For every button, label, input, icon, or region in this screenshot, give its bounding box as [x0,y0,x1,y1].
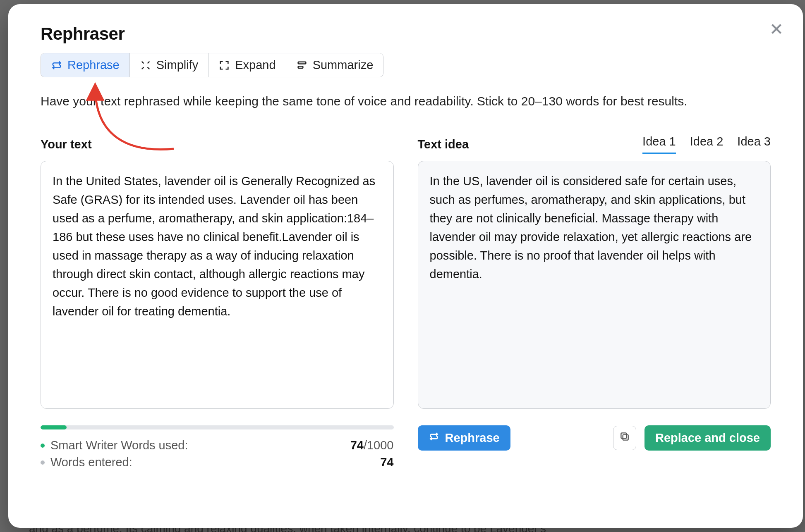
tab-summarize-label: Summarize [313,58,374,72]
svg-rect-1 [298,66,303,68]
words-entered-label: Words entered: [50,456,132,469]
summarize-icon [296,60,308,71]
rephraser-modal: Rephraser Rephrase Simplify [8,4,803,528]
tab-simplify-label: Simplify [156,58,199,72]
word-usage-progress [41,425,394,429]
svg-rect-2 [623,435,628,440]
close-icon [769,21,784,38]
replace-and-close-button[interactable]: Replace and close [644,425,771,451]
idea-tab-3[interactable]: Idea 3 [737,135,771,154]
tab-summarize[interactable]: Summarize [286,53,383,77]
text-idea-title: Text idea [418,138,469,151]
tab-expand[interactable]: Expand [208,53,286,77]
idea-output: In the US, lavender oil is considered sa… [418,161,771,409]
mode-segmented-control: Rephrase Simplify Expand [41,53,383,77]
rephrase-icon [429,431,439,445]
smart-writer-limit: /1000 [364,439,394,452]
idea-tab-1[interactable]: Idea 1 [642,135,676,154]
mode-description: Have your text rephrased while keeping t… [41,91,736,111]
dot-words-entered-icon [41,460,45,465]
replace-and-close-label: Replace and close [655,431,760,445]
svg-rect-0 [298,62,306,64]
tab-rephrase-label: Rephrase [67,58,120,72]
word-usage-progress-fill [41,425,67,429]
words-entered-value: 74 [380,456,393,469]
your-text-input[interactable]: In the United States, lavender oil is Ge… [41,161,394,409]
close-button[interactable] [767,20,786,40]
idea-tabs: Idea 1 Idea 2 Idea 3 [642,135,771,154]
rephrase-button[interactable]: Rephrase [418,425,510,451]
smart-writer-used: 74 [350,439,364,452]
idea-tab-2[interactable]: Idea 2 [690,135,724,154]
your-text-column: Your text In the United States, lavender… [41,135,394,471]
rephrase-button-label: Rephrase [445,431,500,445]
simplify-icon [140,60,151,71]
tab-expand-label: Expand [235,58,276,72]
dot-smart-writer-icon [41,444,45,448]
svg-rect-3 [621,433,626,438]
rephrase-icon [51,60,62,71]
smart-writer-label: Smart Writer Words used: [50,439,188,452]
modal-title: Rephraser [41,24,771,44]
tab-simplify[interactable]: Simplify [130,53,209,77]
tab-rephrase[interactable]: Rephrase [41,53,130,77]
copy-button[interactable] [613,426,636,450]
your-text-title: Your text [41,138,92,151]
expand-icon [218,60,230,71]
copy-icon [619,431,630,445]
word-stats: Smart Writer Words used: 74/1000 Words e… [41,437,394,471]
text-idea-column: Text idea Idea 1 Idea 2 Idea 3 In the US… [418,135,771,471]
